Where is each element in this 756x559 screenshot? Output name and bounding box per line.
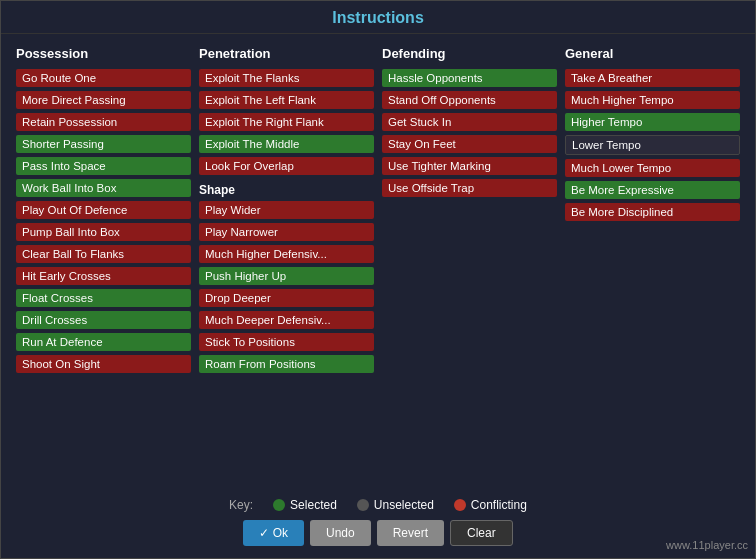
btn-hit-early-crosses[interactable]: Hit Early Crosses — [16, 267, 191, 285]
key-conflicting: Conflicting — [454, 498, 527, 512]
btn-use-offside-trap[interactable]: Use Offside Trap — [382, 179, 557, 197]
general-header: General — [565, 44, 740, 63]
btn-lower-tempo[interactable]: Lower Tempo — [565, 135, 740, 155]
footer: Key: Selected Unselected Conflicting ✓ O… — [1, 488, 755, 558]
general-column: General Take A Breather Much Higher Temp… — [565, 44, 740, 478]
btn-get-stuck-in[interactable]: Get Stuck In — [382, 113, 557, 131]
btn-hassle-opponents[interactable]: Hassle Opponents — [382, 69, 557, 87]
btn-exploit-left-flank[interactable]: Exploit The Left Flank — [199, 91, 374, 109]
penetration-header: Penetration — [199, 44, 374, 63]
btn-stand-off-opponents[interactable]: Stand Off Opponents — [382, 91, 557, 109]
btn-work-ball-into-box[interactable]: Work Ball Into Box — [16, 179, 191, 197]
columns-container: Possession Go Route One More Direct Pass… — [16, 44, 740, 478]
btn-stick-to-positions[interactable]: Stick To Positions — [199, 333, 374, 351]
title-bar: Instructions — [1, 1, 755, 34]
conflicting-label: Conflicting — [471, 498, 527, 512]
btn-go-route-one[interactable]: Go Route One — [16, 69, 191, 87]
btn-look-for-overlap[interactable]: Look For Overlap — [199, 157, 374, 175]
unselected-dot — [357, 499, 369, 511]
btn-exploit-flanks[interactable]: Exploit The Flanks — [199, 69, 374, 87]
btn-much-lower-tempo[interactable]: Much Lower Tempo — [565, 159, 740, 177]
btn-shoot-on-sight[interactable]: Shoot On Sight — [16, 355, 191, 373]
shape-section-label: Shape — [199, 183, 374, 197]
btn-float-crosses[interactable]: Float Crosses — [16, 289, 191, 307]
watermark: www.11player.cc — [666, 539, 748, 551]
btn-exploit-right-flank[interactable]: Exploit The Right Flank — [199, 113, 374, 131]
undo-button[interactable]: Undo — [310, 520, 371, 546]
btn-pump-ball-into-box[interactable]: Pump Ball Into Box — [16, 223, 191, 241]
btn-more-direct-passing[interactable]: More Direct Passing — [16, 91, 191, 109]
btn-be-more-expressive[interactable]: Be More Expressive — [565, 181, 740, 199]
action-row: ✓ Ok Undo Revert Clear — [243, 520, 512, 546]
unselected-label: Unselected — [374, 498, 434, 512]
btn-much-deeper-defensive[interactable]: Much Deeper Defensiv... — [199, 311, 374, 329]
defending-column: Defending Hassle Opponents Stand Off Opp… — [382, 44, 557, 478]
btn-play-wider[interactable]: Play Wider — [199, 201, 374, 219]
conflicting-dot — [454, 499, 466, 511]
defending-header: Defending — [382, 44, 557, 63]
btn-play-narrower[interactable]: Play Narrower — [199, 223, 374, 241]
btn-retain-possession[interactable]: Retain Possession — [16, 113, 191, 131]
btn-much-higher-defensive[interactable]: Much Higher Defensiv... — [199, 245, 374, 263]
content-area: Possession Go Route One More Direct Pass… — [1, 34, 755, 488]
ok-button[interactable]: ✓ Ok — [243, 520, 304, 546]
btn-push-higher-up[interactable]: Push Higher Up — [199, 267, 374, 285]
penetration-column: Penetration Exploit The Flanks Exploit T… — [199, 44, 374, 478]
key-row: Key: Selected Unselected Conflicting — [229, 498, 527, 512]
key-selected: Selected — [273, 498, 337, 512]
btn-drop-deeper[interactable]: Drop Deeper — [199, 289, 374, 307]
instructions-window: Instructions Possession Go Route One Mor… — [0, 0, 756, 559]
possession-header: Possession — [16, 44, 191, 63]
btn-play-out-of-defence[interactable]: Play Out Of Defence — [16, 201, 191, 219]
btn-higher-tempo[interactable]: Higher Tempo — [565, 113, 740, 131]
btn-stay-on-feet[interactable]: Stay On Feet — [382, 135, 557, 153]
revert-button[interactable]: Revert — [377, 520, 444, 546]
btn-take-a-breather[interactable]: Take A Breather — [565, 69, 740, 87]
possession-column: Possession Go Route One More Direct Pass… — [16, 44, 191, 478]
selected-dot — [273, 499, 285, 511]
selected-label: Selected — [290, 498, 337, 512]
key-unselected: Unselected — [357, 498, 434, 512]
btn-be-more-disciplined[interactable]: Be More Disciplined — [565, 203, 740, 221]
window-title: Instructions — [332, 9, 424, 26]
clear-button[interactable]: Clear — [450, 520, 513, 546]
btn-much-higher-tempo[interactable]: Much Higher Tempo — [565, 91, 740, 109]
btn-pass-into-space[interactable]: Pass Into Space — [16, 157, 191, 175]
btn-use-tighter-marking[interactable]: Use Tighter Marking — [382, 157, 557, 175]
btn-clear-ball-to-flanks[interactable]: Clear Ball To Flanks — [16, 245, 191, 263]
btn-run-at-defence[interactable]: Run At Defence — [16, 333, 191, 351]
btn-shorter-passing[interactable]: Shorter Passing — [16, 135, 191, 153]
key-label: Key: — [229, 498, 253, 512]
btn-roam-from-positions[interactable]: Roam From Positions — [199, 355, 374, 373]
btn-drill-crosses[interactable]: Drill Crosses — [16, 311, 191, 329]
btn-exploit-middle[interactable]: Exploit The Middle — [199, 135, 374, 153]
